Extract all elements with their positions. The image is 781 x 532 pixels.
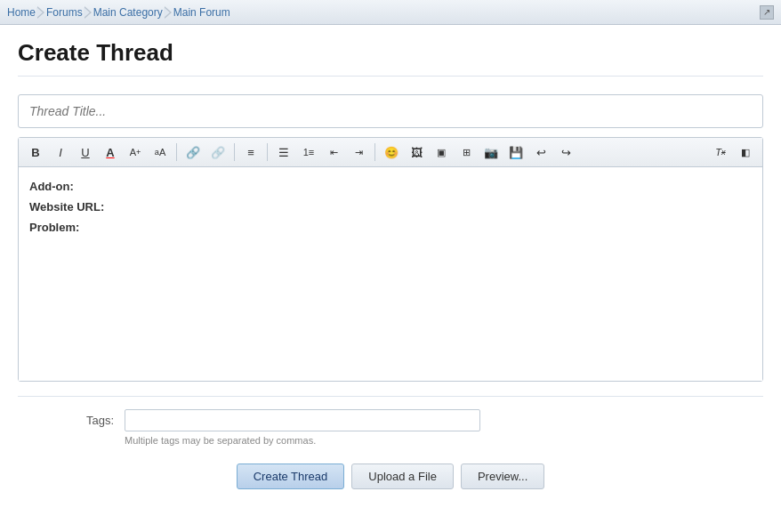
editor-container: B I U A A+ aA 🔗 🔗 ≡ ☰ 1≡ ⇤ ⇥ 😊 🖼 ▣ ⊞ 📷 💾… (18, 137, 763, 382)
font-size-up-button[interactable]: A+ (124, 141, 147, 163)
create-thread-button[interactable]: Create Thread (237, 463, 345, 489)
font-color-button[interactable]: A (99, 141, 122, 163)
tags-label: Tags: (18, 409, 125, 427)
breadcrumb-forums[interactable]: Forums (46, 6, 83, 19)
tags-input-area: Multiple tags may be separated by commas… (125, 409, 763, 446)
table-button[interactable]: ⊞ (455, 141, 478, 163)
clear-format-button[interactable]: Tx (709, 141, 732, 163)
editor-line-url: Website URL: (29, 198, 752, 217)
save-button[interactable]: 💾 (504, 141, 527, 163)
tags-hint: Multiple tags may be separated by commas… (125, 435, 763, 446)
breadcrumb: Home Forums Main Category Main Forum (7, 6, 230, 19)
redo-button[interactable]: ↪ (554, 141, 577, 163)
indent-decrease-button[interactable]: ⇤ (322, 141, 345, 163)
problem-label: Problem: (29, 221, 79, 234)
breadcrumb-bar: Home Forums Main Category Main Forum ↗ (0, 0, 781, 25)
image-button[interactable]: 🖼 (405, 141, 428, 163)
editor-line-addon: Add-on: (29, 178, 752, 197)
upload-file-button[interactable]: Upload a File (351, 463, 454, 489)
breadcrumb-separator-2 (85, 6, 92, 19)
undo-button[interactable]: ↩ (529, 141, 552, 163)
breadcrumb-home[interactable]: Home (7, 6, 36, 19)
toolbar-sep-3 (267, 143, 268, 161)
toolbar-sep-4 (374, 143, 375, 161)
unordered-list-button[interactable]: ☰ (272, 141, 295, 163)
italic-button[interactable]: I (49, 141, 72, 163)
editor-toolbar: B I U A A+ aA 🔗 🔗 ≡ ☰ 1≡ ⇤ ⇥ 😊 🖼 ▣ ⊞ 📷 💾… (19, 138, 762, 167)
emoji-button[interactable]: 😊 (380, 141, 403, 163)
underline-button[interactable]: U (74, 141, 97, 163)
actions-row: Create Thread Upload a File Preview... (18, 463, 763, 507)
ordered-list-button[interactable]: 1≡ (297, 141, 320, 163)
screenshot-button[interactable]: 📷 (479, 141, 503, 163)
breadcrumb-main-category[interactable]: Main Category (93, 6, 163, 19)
bold-button[interactable]: B (24, 141, 47, 163)
toolbar-sep-1 (176, 143, 177, 161)
preview-button[interactable]: Preview... (461, 463, 544, 489)
indent-increase-button[interactable]: ⇥ (347, 141, 370, 163)
thread-title-input[interactable] (18, 94, 763, 128)
editor-line-problem: Problem: (29, 219, 752, 238)
font-case-button[interactable]: aA (149, 141, 172, 163)
link-button[interactable]: 🔗 (181, 141, 205, 163)
breadcrumb-expand-icon[interactable]: ↗ (760, 5, 774, 20)
toolbar-sep-2 (234, 143, 235, 161)
align-button[interactable]: ≡ (239, 141, 262, 163)
media-button[interactable]: ▣ (430, 141, 453, 163)
breadcrumb-main-forum[interactable]: Main Forum (173, 6, 230, 19)
main-content: Create Thread B I U A A+ aA 🔗 🔗 ≡ ☰ 1≡ ⇤… (0, 25, 781, 532)
unlink-button[interactable]: 🔗 (206, 141, 229, 163)
page-title: Create Thread (18, 39, 763, 77)
source-button[interactable]: ◧ (734, 141, 757, 163)
tags-row: Tags: Multiple tags may be separated by … (18, 409, 763, 446)
tags-input[interactable] (125, 409, 480, 431)
tags-section: Tags: Multiple tags may be separated by … (18, 396, 763, 446)
editor-body[interactable]: Add-on: Website URL: Problem: (19, 167, 762, 381)
breadcrumb-separator-1 (37, 6, 44, 19)
addon-label: Add-on: (29, 180, 74, 193)
url-label: Website URL: (29, 200, 104, 214)
breadcrumb-separator-3 (165, 6, 172, 19)
